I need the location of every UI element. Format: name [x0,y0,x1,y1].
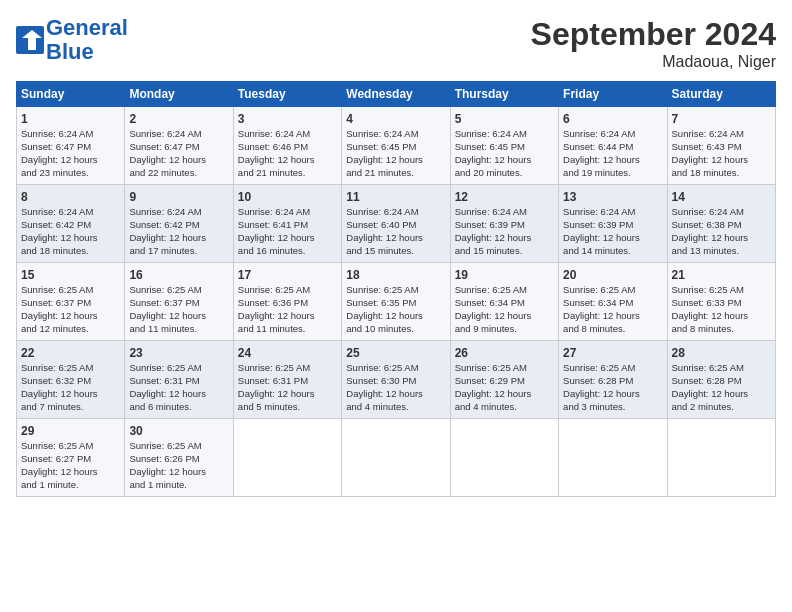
day-content: Sunrise: 6:25 AM [455,284,554,297]
day-number: 7 [672,111,771,127]
day-content: Sunrise: 6:25 AM [346,284,445,297]
day-content: Sunset: 6:37 PM [21,297,120,310]
day-content: Sunrise: 6:24 AM [563,128,662,141]
day-content: Sunrise: 6:25 AM [21,362,120,375]
calendar-week-row: 15Sunrise: 6:25 AMSunset: 6:37 PMDayligh… [17,263,776,341]
table-row: 1Sunrise: 6:24 AMSunset: 6:47 PMDaylight… [17,107,125,185]
header-sunday: Sunday [17,82,125,107]
day-number: 5 [455,111,554,127]
day-number: 27 [563,345,662,361]
day-content: Sunset: 6:28 PM [672,375,771,388]
day-content: Daylight: 12 hours [346,232,445,245]
day-number: 9 [129,189,228,205]
day-content: Sunrise: 6:25 AM [346,362,445,375]
day-content: Sunrise: 6:24 AM [129,128,228,141]
day-number: 26 [455,345,554,361]
day-content: Sunset: 6:42 PM [129,219,228,232]
day-content: Sunrise: 6:25 AM [238,284,337,297]
calendar: Sunday Monday Tuesday Wednesday Thursday… [16,81,776,497]
day-number: 2 [129,111,228,127]
day-content: Sunrise: 6:25 AM [21,284,120,297]
day-content: Sunset: 6:34 PM [455,297,554,310]
table-row [233,419,341,497]
day-number: 1 [21,111,120,127]
table-row: 18Sunrise: 6:25 AMSunset: 6:35 PMDayligh… [342,263,450,341]
day-content: Sunset: 6:33 PM [672,297,771,310]
day-content: Sunset: 6:31 PM [129,375,228,388]
day-content: Daylight: 12 hours [672,232,771,245]
day-content: Daylight: 12 hours [129,154,228,167]
day-content: Sunset: 6:34 PM [563,297,662,310]
table-row: 5Sunrise: 6:24 AMSunset: 6:45 PMDaylight… [450,107,558,185]
day-content: and 6 minutes. [129,401,228,414]
day-content: Sunrise: 6:24 AM [672,128,771,141]
day-content: Sunrise: 6:24 AM [21,206,120,219]
day-content: Daylight: 12 hours [563,154,662,167]
day-content: Daylight: 12 hours [455,154,554,167]
day-content: Sunrise: 6:25 AM [129,362,228,375]
table-row: 11Sunrise: 6:24 AMSunset: 6:40 PMDayligh… [342,185,450,263]
day-content: Daylight: 12 hours [238,232,337,245]
table-row: 8Sunrise: 6:24 AMSunset: 6:42 PMDaylight… [17,185,125,263]
day-content: Sunset: 6:40 PM [346,219,445,232]
day-content: Daylight: 12 hours [346,154,445,167]
day-content: Sunrise: 6:25 AM [672,284,771,297]
day-content: Sunset: 6:31 PM [238,375,337,388]
day-content: Sunrise: 6:24 AM [238,128,337,141]
day-content: Sunrise: 6:24 AM [346,128,445,141]
day-content: Sunrise: 6:24 AM [455,206,554,219]
day-content: Daylight: 12 hours [455,232,554,245]
calendar-header-row: Sunday Monday Tuesday Wednesday Thursday… [17,82,776,107]
table-row: 3Sunrise: 6:24 AMSunset: 6:46 PMDaylight… [233,107,341,185]
logo: General Blue [16,16,128,64]
table-row: 30Sunrise: 6:25 AMSunset: 6:26 PMDayligh… [125,419,233,497]
day-number: 12 [455,189,554,205]
day-content: Sunrise: 6:25 AM [563,362,662,375]
day-content: and 10 minutes. [346,323,445,336]
day-content: Daylight: 12 hours [346,310,445,323]
day-number: 13 [563,189,662,205]
header-wednesday: Wednesday [342,82,450,107]
day-content: and 4 minutes. [455,401,554,414]
day-content: Sunrise: 6:25 AM [455,362,554,375]
table-row: 21Sunrise: 6:25 AMSunset: 6:33 PMDayligh… [667,263,775,341]
day-content: Sunset: 6:45 PM [455,141,554,154]
header-thursday: Thursday [450,82,558,107]
day-content: Sunset: 6:36 PM [238,297,337,310]
day-content: and 4 minutes. [346,401,445,414]
day-content: Sunrise: 6:24 AM [346,206,445,219]
day-content: Sunset: 6:39 PM [563,219,662,232]
header-friday: Friday [559,82,667,107]
day-content: Sunrise: 6:24 AM [563,206,662,219]
table-row: 17Sunrise: 6:25 AMSunset: 6:36 PMDayligh… [233,263,341,341]
day-number: 24 [238,345,337,361]
table-row: 23Sunrise: 6:25 AMSunset: 6:31 PMDayligh… [125,341,233,419]
day-content: Sunset: 6:42 PM [21,219,120,232]
day-content: Sunset: 6:47 PM [129,141,228,154]
day-content: and 5 minutes. [238,401,337,414]
day-content: Sunset: 6:45 PM [346,141,445,154]
day-number: 28 [672,345,771,361]
table-row: 20Sunrise: 6:25 AMSunset: 6:34 PMDayligh… [559,263,667,341]
day-content: Sunrise: 6:24 AM [238,206,337,219]
day-content: Sunrise: 6:24 AM [129,206,228,219]
table-row [667,419,775,497]
header: General Blue September 2024 Madaoua, Nig… [16,16,776,71]
day-content: Daylight: 12 hours [129,232,228,245]
day-content: Daylight: 12 hours [563,310,662,323]
day-content: Sunset: 6:30 PM [346,375,445,388]
day-content: Sunrise: 6:25 AM [21,440,120,453]
day-content: and 8 minutes. [672,323,771,336]
table-row: 27Sunrise: 6:25 AMSunset: 6:28 PMDayligh… [559,341,667,419]
day-content: Sunset: 6:43 PM [672,141,771,154]
day-number: 29 [21,423,120,439]
logo-text: General Blue [46,16,128,64]
day-content: Sunrise: 6:25 AM [672,362,771,375]
day-content: Daylight: 12 hours [672,310,771,323]
day-content: and 19 minutes. [563,167,662,180]
day-number: 6 [563,111,662,127]
day-content: and 20 minutes. [455,167,554,180]
day-content: Sunset: 6:38 PM [672,219,771,232]
day-content: Daylight: 12 hours [21,154,120,167]
day-content: Daylight: 12 hours [455,388,554,401]
